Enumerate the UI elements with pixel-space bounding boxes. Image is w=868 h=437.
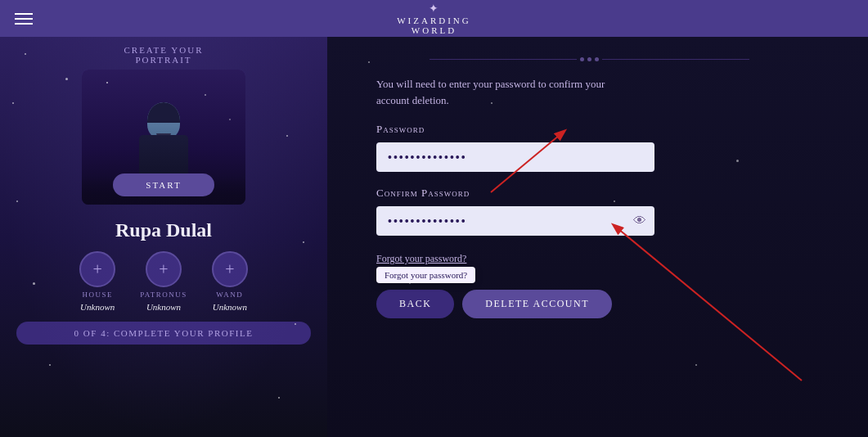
logo-line2: WORLD <box>412 25 456 35</box>
logo: ✦ WIZARDING WORLD <box>397 2 471 35</box>
info-text: You will need to enter your password to … <box>376 76 638 108</box>
complete-profile-bar[interactable]: 0 OF 4: COMPLETE YOUR PROFILE <box>16 322 311 345</box>
toggle-password-visibility-icon[interactable]: 👁 <box>633 214 646 228</box>
password-field-wrapper <box>376 142 803 172</box>
delete-account-button[interactable]: DELETE ACCOUNT <box>462 290 612 318</box>
left-panel: CREATE YOURPORTRAIT START Rupa D <box>0 37 327 437</box>
wand-label: WAND <box>216 291 243 299</box>
user-name: Rupa Dulal <box>115 219 212 241</box>
portrait-section: CREATE YOURPORTRAIT START <box>82 45 245 205</box>
wand-value: Unknown <box>213 302 247 312</box>
menu-button[interactable] <box>15 13 33 25</box>
forgot-wrapper: Forgot your password? Forgot your passwo… <box>376 250 466 277</box>
buttons-row: BACK DELETE ACCOUNT <box>376 290 803 318</box>
decorative-dots <box>376 57 803 61</box>
header: ✦ WIZARDING WORLD <box>0 0 868 37</box>
confirm-password-label: Confirm Password <box>376 187 803 200</box>
house-attribute: + HOUSE Unknown <box>79 251 115 312</box>
confirm-password-field-wrapper: 👁 <box>376 206 803 236</box>
portrait-frame: START <box>82 70 245 205</box>
house-label: HOUSE <box>82 291 113 299</box>
forgot-tooltip: Forgot your password? <box>376 267 475 283</box>
back-button[interactable]: BACK <box>376 290 454 318</box>
patronus-label: PATRONUS <box>140 291 187 299</box>
logo-star-icon: ✦ <box>429 2 438 16</box>
attributes-row: + HOUSE Unknown + PATRONUS Unknown + WAN… <box>79 251 248 312</box>
password-input[interactable] <box>376 142 654 172</box>
wand-attribute: + WAND Unknown <box>212 251 248 312</box>
house-value: Unknown <box>80 302 115 312</box>
right-panel: You will need to enter your password to … <box>327 37 868 437</box>
main-content: CREATE YOURPORTRAIT START Rupa D <box>0 37 868 437</box>
add-patronus-button[interactable]: + <box>146 251 182 287</box>
confirm-password-input[interactable] <box>376 206 654 236</box>
add-wand-button[interactable]: + <box>212 251 248 287</box>
forgot-password-link[interactable]: Forgot your password? <box>376 253 466 265</box>
logo-line1: WIZARDING <box>397 16 471 25</box>
add-house-button[interactable]: + <box>79 251 115 287</box>
create-portrait-label: CREATE YOURPORTRAIT <box>124 45 203 65</box>
patronus-value: Unknown <box>146 302 181 312</box>
patronus-attribute: + PATRONUS Unknown <box>140 251 187 312</box>
password-label: Password <box>376 123 803 136</box>
start-button[interactable]: START <box>113 173 214 196</box>
